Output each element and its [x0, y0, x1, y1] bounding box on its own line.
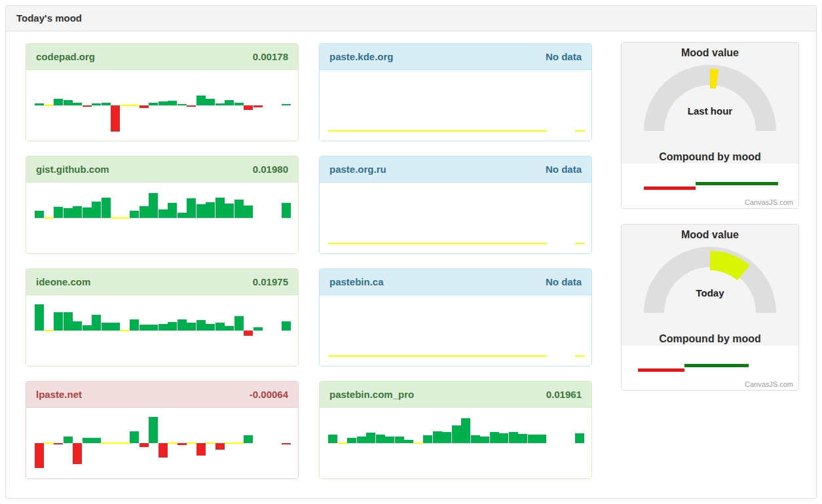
- bar-negative: [73, 443, 82, 464]
- bar-positive: [130, 211, 139, 218]
- zero-marker: [45, 330, 54, 331]
- site-value: No data: [546, 51, 582, 62]
- site-card-header: codepad.org0.00178: [26, 44, 298, 70]
- bar-positive: [461, 418, 470, 443]
- zero-marker: [461, 130, 471, 132]
- bar-negative: [282, 443, 291, 444]
- zero-marker: [499, 130, 509, 132]
- bar-positive: [177, 104, 187, 105]
- zero-marker: [537, 355, 547, 357]
- zero-marker: [537, 130, 547, 132]
- site-value: -0.00064: [250, 389, 288, 400]
- zero-marker: [168, 442, 177, 444]
- zero-marker: [471, 243, 481, 244]
- bar-positive: [149, 193, 158, 218]
- zero-marker: [499, 355, 509, 357]
- bar-positive: [73, 321, 82, 331]
- bar-positive: [168, 322, 177, 331]
- site-name: paste.org.ru: [329, 164, 386, 175]
- zero-marker: [130, 105, 140, 106]
- canvasjs-watermark-link[interactable]: CanvasJS.com: [745, 198, 793, 206]
- bar-positive: [206, 202, 215, 218]
- bar-positive: [537, 435, 546, 443]
- bar-positive: [64, 100, 73, 105]
- site-card-header: paste.org.ruNo data: [320, 156, 591, 183]
- zero-marker: [509, 355, 519, 357]
- zero-marker: [537, 243, 547, 244]
- site-value: No data: [546, 164, 582, 175]
- site-sparkline-chart: [320, 408, 591, 478]
- zero-marker: [357, 130, 367, 132]
- bar-positive: [92, 103, 101, 105]
- canvasjs-watermark-link[interactable]: CanvasJS.com: [745, 380, 793, 388]
- bar-positive: [347, 438, 356, 443]
- site-card-header: pastebin.com_pro0.01961: [320, 382, 591, 408]
- mood-panel: Today's mood codepad.org0.00178gist.gith…: [5, 5, 817, 499]
- bar-negative: [244, 105, 253, 110]
- zero-marker: [518, 130, 528, 132]
- zero-marker: [423, 130, 433, 132]
- compound-section: CanvasJS.com: [622, 164, 798, 208]
- zero-marker: [385, 243, 395, 244]
- bar-positive: [225, 326, 234, 331]
- bar-positive: [234, 200, 244, 218]
- bar-positive: [159, 209, 168, 218]
- bar-positive: [244, 435, 253, 443]
- compound-positive-bar: [684, 364, 749, 367]
- zero-marker: [509, 243, 519, 244]
- zero-marker: [461, 243, 471, 244]
- bar-positive: [442, 432, 451, 443]
- zero-marker: [433, 243, 443, 244]
- bar-positive: [471, 435, 480, 443]
- zero-marker: [357, 243, 367, 244]
- zero-marker: [480, 243, 490, 244]
- site-name: lpaste.net: [36, 389, 82, 400]
- zero-marker: [452, 130, 462, 132]
- zero-marker: [347, 130, 357, 132]
- bar-negative: [111, 105, 120, 132]
- site-value: No data: [546, 276, 582, 287]
- bar-positive: [423, 435, 432, 443]
- zero-marker: [376, 355, 386, 357]
- compound-negative-bar: [644, 187, 696, 190]
- bar-negative: [244, 331, 253, 336]
- zero-marker: [395, 243, 405, 244]
- zero-marker: [347, 243, 357, 244]
- zero-marker: [206, 442, 215, 444]
- zero-marker: [338, 243, 348, 244]
- zero-marker: [471, 130, 481, 132]
- bar-positive: [35, 103, 44, 105]
- zero-marker: [452, 355, 462, 357]
- site-card-header: ideone.com0.01975: [26, 269, 298, 295]
- bar-positive: [282, 104, 291, 105]
- bar-positive: [490, 432, 499, 443]
- bar-positive: [54, 207, 63, 218]
- bar-positive: [140, 206, 149, 218]
- gauge-card-today: Mood valueTodayCompound by moodCanvasJS.…: [621, 224, 799, 391]
- zero-marker: [121, 217, 130, 219]
- bar-positive: [102, 103, 111, 105]
- zero-marker: [187, 442, 196, 444]
- zero-marker: [121, 105, 130, 106]
- bar-positive: [575, 433, 584, 443]
- site-value: 0.01961: [546, 389, 582, 400]
- bar-positive: [234, 103, 244, 105]
- bar-positive: [187, 323, 196, 331]
- bar-positive: [253, 327, 263, 331]
- bar-positive: [528, 435, 537, 443]
- bar-positive: [433, 431, 442, 443]
- bar-positive: [159, 101, 168, 105]
- zero-marker: [442, 130, 452, 132]
- bar-positive: [64, 437, 73, 443]
- bar-positive: [395, 437, 404, 443]
- gauge-section: Mood valueTodayCompound by mood: [622, 225, 798, 346]
- zero-marker: [45, 105, 54, 106]
- bar-negative: [54, 443, 63, 444]
- compound-title: Compound by mood: [622, 333, 798, 345]
- zero-marker: [461, 355, 471, 357]
- site-card-pastebin-ca: pastebin.caNo data: [319, 268, 592, 367]
- zero-marker: [366, 355, 376, 357]
- zero-marker: [490, 130, 500, 132]
- zero-marker: [528, 355, 538, 357]
- site-card-ideone-com: ideone.com0.01975: [26, 268, 299, 367]
